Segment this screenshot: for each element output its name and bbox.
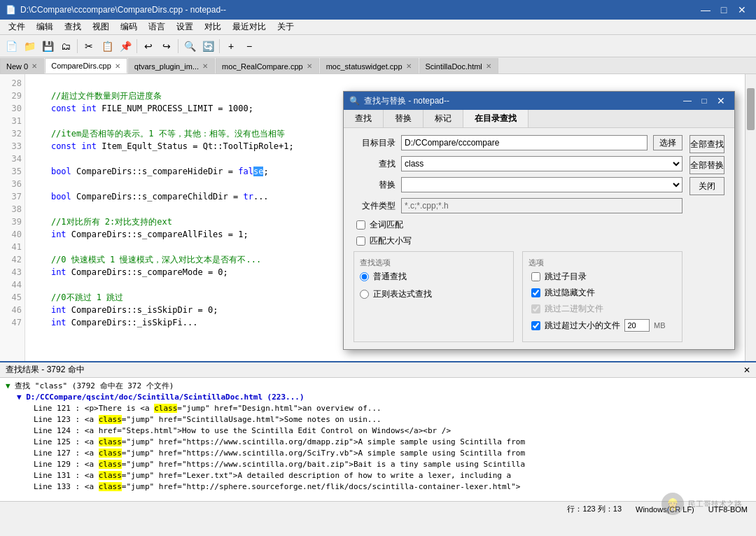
- tab-scintilla-close[interactable]: ✕: [485, 62, 492, 70]
- dialog-tab-mark[interactable]: 标记: [424, 110, 463, 127]
- tab-comparedirs[interactable]: CompareDirs.cpp ✕: [45, 58, 127, 73]
- skip-hidden-checkbox[interactable]: [531, 288, 540, 297]
- search-result-line[interactable]: Line 125 : <a class="jump" href="https:/…: [25, 437, 750, 448]
- line-ending: Windows(CR LF): [636, 505, 694, 514]
- find-all-button[interactable]: 全部查找: [690, 135, 724, 153]
- tab-scintilla[interactable]: ScintillaDoc.html ✕: [419, 58, 498, 73]
- skip-subdir-checkbox[interactable]: [531, 272, 540, 281]
- tb-find[interactable]: 🔍: [181, 38, 198, 55]
- menu-compare[interactable]: 对比: [199, 20, 227, 34]
- tab-moc-status[interactable]: moc_statuswidget.cpp ✕: [320, 58, 419, 73]
- search-result-line[interactable]: Line 121 : <p>There is <a class="jump" h…: [25, 403, 750, 414]
- tb-zoom-in[interactable]: +: [223, 38, 239, 55]
- minimize-button[interactable]: —: [697, 3, 714, 17]
- dialog-tabs: 查找 替换 标记 在目录查找: [344, 110, 734, 128]
- tab-moc-real[interactable]: moc_RealCompare.cpp ✕: [216, 58, 319, 73]
- close-button[interactable]: ✕: [734, 3, 750, 17]
- search-lines: Line 121 : <p>There is <a class="jump" h…: [17, 403, 750, 493]
- menu-recent-compare[interactable]: 最近对比: [227, 20, 272, 34]
- replace-row: 替换: [354, 177, 682, 192]
- whole-word-checkbox[interactable]: [356, 220, 365, 230]
- replace-all-button[interactable]: 全部替换: [690, 156, 724, 174]
- search-result-line[interactable]: Line 127 : <a class="jump" href="https:/…: [25, 448, 750, 459]
- dialog-tab-find[interactable]: 查找: [344, 110, 384, 127]
- skip-large-checkbox[interactable]: [531, 321, 540, 330]
- search-select[interactable]: class: [401, 156, 682, 171]
- dialog-tab-replace[interactable]: 替换: [384, 110, 424, 127]
- search-panel: 查找结果 - 3792 命中 ✕ ▼ 查找 "class" (3792 命中在 …: [0, 361, 756, 501]
- tb-replace[interactable]: 🔄: [200, 38, 216, 55]
- skip-hidden-row: 跳过隐藏文件: [531, 287, 676, 299]
- search-results-content[interactable]: ▼ 查找 "class" (3792 命中在 372 个文件) ▼ D:/CCC…: [0, 378, 756, 500]
- search-result-line[interactable]: Line 123 : <a class="jump" href="Scintil…: [25, 414, 750, 425]
- match-case-checkbox[interactable]: [356, 237, 365, 246]
- tb-save-all[interactable]: 🗂: [57, 38, 74, 55]
- tab-new0-close[interactable]: ✕: [31, 62, 38, 70]
- menu-file[interactable]: 文件: [3, 20, 31, 34]
- replace-select[interactable]: [401, 177, 682, 192]
- search-result-line[interactable]: Line 131 : <a class="jump" href="Lexer.t…: [25, 470, 750, 481]
- close-dialog-button[interactable]: 关闭: [690, 177, 724, 195]
- sep3: [178, 39, 178, 53]
- search-panel-close-icon[interactable]: ✕: [743, 365, 750, 375]
- menu-settings[interactable]: 设置: [171, 20, 199, 34]
- target-dir-input[interactable]: [401, 135, 648, 150]
- tb-open[interactable]: 📁: [21, 38, 38, 55]
- tab-moc-status-label: moc_statuswidget.cpp: [326, 62, 402, 71]
- skip-large-label: 跳过超过大小的文件: [545, 320, 620, 332]
- filetype-label: 文件类型: [354, 200, 396, 212]
- dialog-maximize-button[interactable]: □: [696, 94, 712, 107]
- normal-search-radio-row: 普通查找: [360, 271, 507, 283]
- tb-new[interactable]: 📄: [3, 38, 20, 55]
- browse-button[interactable]: 选择: [653, 135, 682, 150]
- match-case-label: 匹配大小写: [370, 235, 412, 247]
- tb-zoom-out[interactable]: −: [241, 38, 258, 55]
- search-row: 查找 class: [354, 156, 682, 171]
- size-unit-label: MB: [654, 321, 666, 330]
- tab-new0[interactable]: New 0 ✕: [0, 58, 44, 73]
- tab-qtvars[interactable]: qtvars_plugin_im... ✕: [128, 58, 215, 73]
- menu-find[interactable]: 查找: [59, 20, 87, 34]
- menu-about[interactable]: 关于: [272, 20, 300, 34]
- tab-comparedirs-close[interactable]: ✕: [114, 62, 121, 70]
- tab-qtvars-close[interactable]: ✕: [202, 62, 209, 70]
- tab-moc-status-close[interactable]: ✕: [405, 62, 412, 70]
- menu-view[interactable]: 视图: [87, 20, 115, 34]
- menu-language[interactable]: 语言: [143, 20, 171, 34]
- dialog-left-panel: 目标目录 选择 查找 class 替换: [354, 135, 682, 342]
- dialog-minimize-button[interactable]: —: [680, 94, 695, 107]
- size-input[interactable]: [624, 319, 650, 332]
- tb-copy[interactable]: 📋: [99, 38, 115, 55]
- menu-bar: 文件 编辑 查找 视图 编码 语言 设置 对比 最近对比 关于: [0, 20, 756, 35]
- find-replace-dialog[interactable]: 🔍 查找与替换 - notepad-- — □ ✕ 查找 替换 标记 在目录查找…: [343, 91, 735, 350]
- search-result-line[interactable]: Line 124 : <a href="Steps.html">How to u…: [25, 425, 750, 437]
- app-icon: 📄: [6, 5, 16, 15]
- tab-moc-real-close[interactable]: ✕: [306, 62, 313, 70]
- tb-cut[interactable]: ✂: [80, 38, 97, 55]
- dialog-close-button[interactable]: ✕: [713, 94, 729, 107]
- menu-edit[interactable]: 编辑: [31, 20, 59, 34]
- tb-paste[interactable]: 📌: [117, 38, 134, 55]
- search-file-path: ▼ D:/CCCompare/qscint/doc/Scintilla/Scin…: [17, 392, 750, 403]
- sep2: [136, 39, 137, 53]
- window-title: D:\CCompare\cccompare\CompareDirs.cpp - …: [20, 5, 226, 15]
- replace-label: 替换: [354, 179, 396, 191]
- tb-save[interactable]: 💾: [39, 38, 56, 55]
- scrollbar-thumb[interactable]: [747, 88, 755, 130]
- normal-search-radio[interactable]: [360, 272, 369, 281]
- filetype-input[interactable]: [401, 198, 682, 213]
- menu-encoding[interactable]: 编码: [115, 20, 143, 34]
- search-result-line[interactable]: Line 129 : <a class="jump" href="https:/…: [25, 459, 750, 470]
- dialog-tab-dir-find[interactable]: 在目录查找: [463, 110, 528, 127]
- tb-redo[interactable]: ↪: [158, 38, 175, 55]
- target-dir-row: 目标目录 选择: [354, 135, 682, 150]
- line-numbers: 28 29 30 31 32 33 34 35 36 37 38 39 40 4…: [0, 74, 25, 361]
- search-result-line[interactable]: Line 133 : <a class="jump" href="http://…: [25, 481, 750, 493]
- vertical-scrollbar[interactable]: [745, 74, 756, 361]
- maximize-button[interactable]: □: [715, 3, 732, 17]
- tb-undo[interactable]: ↩: [140, 38, 157, 55]
- regex-search-radio[interactable]: [360, 290, 369, 299]
- search-options-title: 查找选项: [360, 258, 507, 268]
- toolbar: 📄 📁 💾 🗂 ✂ 📋 📌 ↩ ↪ 🔍 🔄 + −: [0, 35, 756, 57]
- skip-binary-checkbox[interactable]: [531, 304, 540, 313]
